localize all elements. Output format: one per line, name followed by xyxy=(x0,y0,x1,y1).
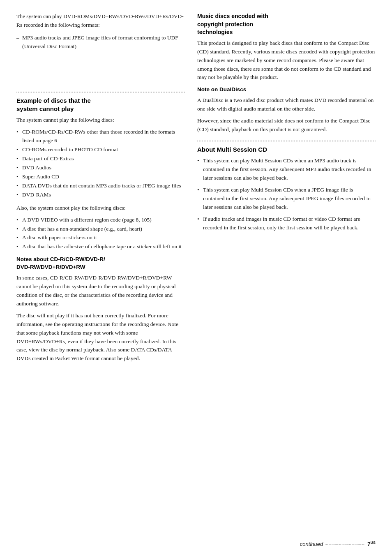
continued-label: continued xyxy=(300,541,323,547)
list-item: A disc that has a non-standard shape (e.… xyxy=(16,225,185,233)
page-number: 7US xyxy=(367,541,376,547)
dualdisc-text-2: However, since the audio material side d… xyxy=(197,117,376,134)
divider-2 xyxy=(197,141,376,141)
cannot-play-intro: The system cannot play the following dis… xyxy=(16,116,185,125)
cd-r-text-2: The disc will not play if it has not bee… xyxy=(16,312,185,363)
example-section-title: Example of discs that the system cannot … xyxy=(16,97,185,113)
cannot-play-list-2: A DVD VIDEO with a different region code… xyxy=(16,216,185,252)
intro-paragraph: The system can play DVD-ROMs/DVD+RWs/DVD… xyxy=(16,12,185,30)
list-item: A DVD VIDEO with a different region code… xyxy=(16,216,185,224)
list-item: DATA DVDs that do not contain MP3 audio … xyxy=(16,182,185,190)
music-disc-text: This product is designed to play back di… xyxy=(197,39,376,82)
list-item: A disc that has the adhesive of cellopha… xyxy=(16,243,185,251)
list-item: If audio tracks and images in music CD f… xyxy=(197,215,376,232)
list-item: CD-ROMs recorded in PHOTO CD format xyxy=(16,146,185,154)
music-discs-title: Music discs encoded with copyright prote… xyxy=(197,12,376,37)
also-text: Also, the system cannot play the followi… xyxy=(16,204,185,213)
list-item: Data part of CD-Extras xyxy=(16,155,185,163)
left-column: Example of discs that the system cannot … xyxy=(16,86,185,366)
list-item: DVD Audios xyxy=(16,164,185,172)
continued-dots: ┈┈┈┈┈┈┈┈┈┈┈┈ xyxy=(325,542,365,547)
list-item: This system can play Multi Session CDs w… xyxy=(197,186,376,212)
right-column: Note on DualDiscs A DualDisc is a two si… xyxy=(197,86,376,366)
page: The system can play DVD-ROMs/DVD+RWs/DVD… xyxy=(0,0,392,557)
page-footer: continued ┈┈┈┈┈┈┈┈┈┈┈┈ 7US xyxy=(300,541,376,547)
dualdisc-title: Note on DualDiscs xyxy=(197,86,376,94)
list-item: CD-ROMs/CD-Rs/CD-RWs other than those re… xyxy=(16,128,185,145)
intro-bullet-1: MP3 audio tracks and JPEG image files of… xyxy=(16,34,185,51)
list-item: This system can play Multi Session CDs w… xyxy=(197,157,376,183)
list-item: A disc with paper or stickers on it xyxy=(16,233,185,242)
about-multi-session-title: About Multi Session CD xyxy=(197,146,376,154)
about-bullets: This system can play Multi Session CDs w… xyxy=(197,157,376,232)
cd-r-text-1: In some cases, CD-R/CD-RW/DVD-R/DVD-RW/D… xyxy=(16,274,185,308)
divider-1 xyxy=(16,92,185,92)
dualdisc-text-1: A DualDisc is a two sided disc product w… xyxy=(197,96,376,113)
list-item: Super Audio CD xyxy=(16,173,185,181)
intro-bullet-list: MP3 audio tracks and JPEG image files of… xyxy=(16,34,185,51)
list-item: DVD-RAMs xyxy=(16,191,185,199)
cannot-play-list-1: CD-ROMs/CD-Rs/CD-RWs other than those re… xyxy=(16,128,185,199)
music-discs-section-title: Music discs encoded with copyright prote… xyxy=(197,12,376,37)
cd-r-section-title: Notes about CD-R/CD-RW/DVD-R/ DVD-RW/DVD… xyxy=(16,256,185,271)
